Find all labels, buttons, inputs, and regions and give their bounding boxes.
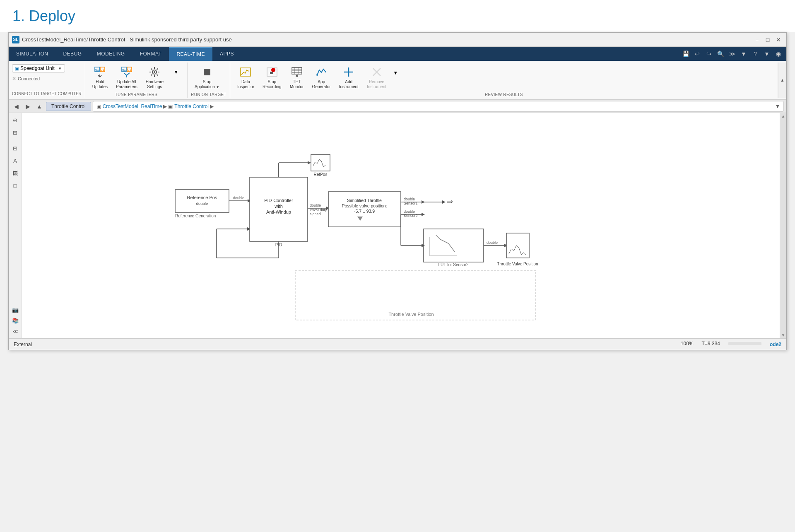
tab-realtime[interactable]: REAL-TIME [169, 47, 212, 61]
library-button[interactable]: 📚 [10, 315, 21, 326]
select-tool-button[interactable]: □ [10, 180, 21, 191]
update-all-params-icon: 01 01 [120, 65, 133, 79]
right-scrollbar[interactable]: ▲ ▼ [780, 113, 786, 338]
svg-text:Possible valve position:: Possible valve position: [342, 203, 387, 208]
svg-rect-69 [311, 154, 330, 171]
data-inspector-button[interactable]: DataInspector [234, 63, 258, 91]
review-more-button[interactable]: ▼ [391, 67, 400, 79]
status-time: T=9.334 [702, 341, 720, 348]
tune-more-icon: ▼ [169, 65, 183, 79]
connected-status: ✕ Connected [12, 76, 82, 82]
screenshot-button[interactable]: 📷 [10, 304, 21, 315]
qa-undo-btn[interactable]: ↩ [692, 48, 703, 59]
hardware-settings-icon [148, 65, 161, 79]
maximize-button[interactable]: □ [763, 35, 772, 44]
status-bar: External 100% T=9.334 ode2 [9, 338, 786, 350]
tab-debug[interactable]: DEBUG [55, 47, 89, 61]
nav-back-button[interactable]: ◀ [11, 101, 21, 111]
expand-button[interactable]: ≪ [10, 326, 21, 337]
app-generator-button[interactable]: AppGenerator [308, 63, 335, 91]
remove-instrument-button[interactable]: RemoveInstrument [363, 63, 390, 91]
svg-text:01: 01 [101, 68, 104, 72]
close-button[interactable]: ✕ [774, 35, 783, 44]
svg-text:double: double [310, 203, 321, 207]
breadcrumb-root[interactable]: CrossTestModel_RealTime [103, 104, 162, 109]
svg-line-23 [151, 75, 152, 76]
data-inspector-icon [239, 65, 252, 79]
svg-rect-24 [204, 69, 210, 75]
svg-point-27 [271, 68, 275, 72]
tab-format[interactable]: FORMAT [132, 47, 169, 61]
diagram-svg: Reference Pos double double Reference Ge… [22, 113, 780, 337]
qa-save-btn[interactable]: 💾 [680, 48, 691, 59]
nav-forward-button[interactable]: ▶ [23, 101, 33, 111]
svg-line-20 [151, 69, 152, 70]
stop-recording-label: StopRecording [263, 79, 282, 89]
run-buttons: StopApplication ▼ [191, 63, 226, 91]
svg-line-21 [157, 75, 158, 76]
zoom-fit-button[interactable]: ⊕ [10, 115, 21, 125]
status-zoom: 100% [681, 341, 694, 348]
svg-text:⇒: ⇒ [447, 197, 453, 206]
tune-params-label: TUNE PARAMETERS [89, 91, 184, 98]
qa-more-btn[interactable]: ≫ [727, 48, 737, 59]
breadcrumb-child[interactable]: Throttle Control [174, 104, 209, 109]
qa-dropdown2-btn[interactable]: ▼ [761, 48, 772, 59]
breadcrumb-bar: ◀ ▶ ▲ Throttle Control ▣ CrossTestModel_… [9, 100, 786, 113]
diagram-canvas[interactable]: Reference Pos double double Reference Ge… [22, 113, 780, 338]
qa-search-btn[interactable]: 🔍 [715, 48, 726, 59]
qa-settings-btn[interactable]: ◉ [773, 48, 784, 59]
fit-view-button[interactable]: ⊞ [10, 127, 21, 138]
add-instrument-icon [342, 65, 355, 79]
tet-monitor-button[interactable]: TETMonitor [286, 63, 308, 91]
review-results-section: DataInspector StopRecording [230, 63, 778, 98]
svg-text:double: double [487, 241, 498, 245]
review-results-label: REVIEW RESULTS [234, 91, 774, 98]
breadcrumb-dropdown[interactable]: ▼ [775, 104, 780, 109]
tab-modeling[interactable]: MODELING [89, 47, 132, 61]
qa-redo-btn[interactable]: ↪ [703, 48, 714, 59]
svg-text:RefPos: RefPos [314, 172, 328, 177]
review-more-icon: ▼ [392, 70, 399, 76]
nav-up-button[interactable]: ▲ [34, 101, 44, 111]
stop-recording-button[interactable]: StopRecording [259, 63, 285, 91]
image-tool-button[interactable]: 🖼 [10, 168, 21, 178]
tab-throttle-control[interactable]: Throttle Control [46, 102, 91, 111]
tet-monitor-icon [290, 65, 304, 79]
update-all-params-button[interactable]: 01 01 Update AllParameters [112, 63, 141, 91]
qa-help-btn[interactable]: ? [750, 48, 761, 59]
tab-simulation[interactable]: SIMULATION [9, 47, 55, 61]
svg-text:01: 01 [95, 68, 99, 72]
svg-line-22 [157, 69, 158, 70]
tune-more-button[interactable]: ▼ [168, 63, 184, 82]
stop-application-label: StopApplication ▼ [195, 79, 219, 89]
stop-application-button[interactable]: StopApplication ▼ [191, 63, 223, 91]
zoom-in-button[interactable]: ⊟ [10, 143, 21, 154]
add-instrument-button[interactable]: AddInstrument [335, 63, 362, 91]
qa-dropdown-btn[interactable]: ▼ [738, 48, 749, 59]
hold-updates-icon: 01 01 [93, 65, 106, 79]
status-center: 100% T=9.334 [681, 341, 761, 348]
tune-params-buttons: 01 01 HoldUpdates 01 [89, 63, 184, 91]
remove-instrument-label: RemoveInstrument [367, 79, 386, 89]
status-solver: ode2 [770, 342, 781, 347]
minimize-button[interactable]: − [752, 35, 761, 44]
stop-recording-icon [265, 65, 279, 79]
hardware-settings-button[interactable]: HardwareSettings [142, 63, 167, 91]
data-inspector-label: DataInspector [237, 79, 254, 89]
svg-text:double: double [404, 197, 415, 201]
svg-text:-5.7 .. 93.9: -5.7 .. 93.9 [354, 209, 375, 214]
target-dropdown[interactable]: ▣ Speedgoat Unit ▼ [12, 64, 65, 72]
hold-updates-button[interactable]: 01 01 HoldUpdates [89, 63, 111, 91]
svg-text:Throttle Valve Position: Throttle Valve Position [388, 312, 434, 317]
svg-text:double: double [233, 196, 244, 200]
tab-apps[interactable]: APPS [212, 47, 241, 61]
svg-point-15 [154, 71, 155, 73]
svg-text:Reference Generation: Reference Generation [175, 214, 216, 218]
ribbon-scroll-right[interactable]: ▲ [778, 63, 786, 98]
review-buttons: DataInspector StopRecording [234, 63, 774, 91]
app-icon: SL [12, 36, 19, 43]
text-tool-button[interactable]: A [10, 155, 21, 166]
svg-text:signed: signed [310, 212, 321, 216]
ribbon: ▣ Speedgoat Unit ▼ ✕ Connected CONNECT T… [9, 61, 786, 100]
